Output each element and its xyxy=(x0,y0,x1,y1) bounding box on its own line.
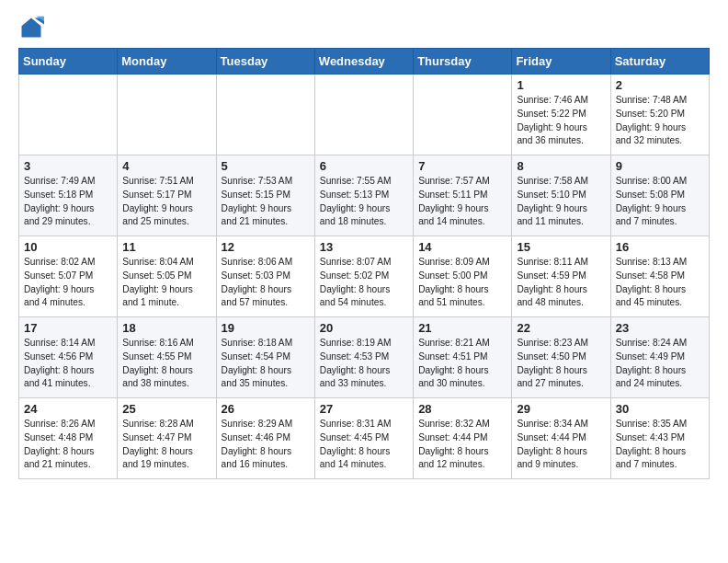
day-number: 3 xyxy=(24,159,112,173)
weekday-header-sunday: Sunday xyxy=(19,49,118,75)
weekday-header-saturday: Saturday xyxy=(610,49,709,75)
calendar-cell: 11Sunrise: 8:04 AM Sunset: 5:05 PM Dayli… xyxy=(118,236,216,317)
day-info: Sunrise: 7:55 AM Sunset: 5:13 PM Dayligh… xyxy=(320,175,408,229)
day-info: Sunrise: 8:11 AM Sunset: 4:59 PM Dayligh… xyxy=(517,256,605,310)
day-number: 26 xyxy=(222,402,310,416)
svg-marker-0 xyxy=(22,18,41,38)
calendar-header-row: SundayMondayTuesdayWednesdayThursdayFrid… xyxy=(19,49,710,75)
day-info: Sunrise: 8:14 AM Sunset: 4:56 PM Dayligh… xyxy=(24,337,112,391)
day-number: 25 xyxy=(122,402,210,416)
day-info: Sunrise: 7:49 AM Sunset: 5:18 PM Dayligh… xyxy=(24,175,112,229)
day-info: Sunrise: 8:23 AM Sunset: 4:50 PM Dayligh… xyxy=(517,337,605,391)
day-number: 27 xyxy=(320,402,408,416)
day-info: Sunrise: 8:13 AM Sunset: 4:58 PM Dayligh… xyxy=(616,256,704,310)
day-info: Sunrise: 8:19 AM Sunset: 4:53 PM Dayligh… xyxy=(320,337,408,391)
day-number: 14 xyxy=(418,240,506,254)
day-info: Sunrise: 8:21 AM Sunset: 4:51 PM Dayligh… xyxy=(418,337,506,391)
calendar-cell: 23Sunrise: 8:24 AM Sunset: 4:49 PM Dayli… xyxy=(610,317,709,398)
calendar-cell xyxy=(314,75,413,155)
weekday-header-wednesday: Wednesday xyxy=(314,49,413,75)
logo xyxy=(18,15,48,40)
calendar-cell: 10Sunrise: 8:02 AM Sunset: 5:07 PM Dayli… xyxy=(19,236,118,317)
calendar-cell: 21Sunrise: 8:21 AM Sunset: 4:51 PM Dayli… xyxy=(414,317,512,398)
day-info: Sunrise: 8:18 AM Sunset: 4:54 PM Dayligh… xyxy=(222,337,310,391)
day-number: 29 xyxy=(517,402,605,416)
calendar-cell: 1Sunrise: 7:46 AM Sunset: 5:22 PM Daylig… xyxy=(512,75,610,155)
day-info: Sunrise: 8:00 AM Sunset: 5:08 PM Dayligh… xyxy=(616,175,704,229)
day-number: 8 xyxy=(517,159,605,173)
day-info: Sunrise: 7:57 AM Sunset: 5:11 PM Dayligh… xyxy=(418,175,506,229)
day-number: 10 xyxy=(24,240,112,254)
header xyxy=(18,15,710,40)
day-info: Sunrise: 8:16 AM Sunset: 4:55 PM Dayligh… xyxy=(122,337,210,391)
day-info: Sunrise: 8:04 AM Sunset: 5:05 PM Dayligh… xyxy=(122,256,210,310)
weekday-header-friday: Friday xyxy=(512,49,610,75)
calendar-cell: 22Sunrise: 8:23 AM Sunset: 4:50 PM Dayli… xyxy=(512,317,610,398)
day-number: 22 xyxy=(517,321,605,335)
day-number: 6 xyxy=(320,159,408,173)
day-number: 9 xyxy=(616,159,704,173)
day-number: 18 xyxy=(122,321,210,335)
day-info: Sunrise: 8:07 AM Sunset: 5:02 PM Dayligh… xyxy=(320,256,408,310)
calendar-cell: 29Sunrise: 8:34 AM Sunset: 4:44 PM Dayli… xyxy=(512,398,610,479)
calendar-cell: 4Sunrise: 7:51 AM Sunset: 5:17 PM Daylig… xyxy=(118,155,216,236)
day-number: 23 xyxy=(616,321,704,335)
calendar-cell: 16Sunrise: 8:13 AM Sunset: 4:58 PM Dayli… xyxy=(610,236,709,317)
day-number: 7 xyxy=(418,159,506,173)
calendar-cell: 3Sunrise: 7:49 AM Sunset: 5:18 PM Daylig… xyxy=(19,155,118,236)
weekday-header-tuesday: Tuesday xyxy=(216,49,314,75)
calendar-cell: 13Sunrise: 8:07 AM Sunset: 5:02 PM Dayli… xyxy=(314,236,413,317)
logo-icon xyxy=(18,15,44,40)
calendar-cell xyxy=(414,75,512,155)
day-number: 28 xyxy=(418,402,506,416)
calendar-week-4: 17Sunrise: 8:14 AM Sunset: 4:56 PM Dayli… xyxy=(19,317,710,398)
day-info: Sunrise: 7:46 AM Sunset: 5:22 PM Dayligh… xyxy=(517,94,605,148)
day-number: 1 xyxy=(517,78,605,92)
day-info: Sunrise: 8:34 AM Sunset: 4:44 PM Dayligh… xyxy=(517,418,605,472)
calendar-cell xyxy=(19,75,118,155)
day-info: Sunrise: 7:48 AM Sunset: 5:20 PM Dayligh… xyxy=(616,94,704,148)
page: SundayMondayTuesdayWednesdayThursdayFrid… xyxy=(0,0,728,494)
calendar-week-3: 10Sunrise: 8:02 AM Sunset: 5:07 PM Dayli… xyxy=(19,236,710,317)
calendar-cell xyxy=(216,75,314,155)
day-info: Sunrise: 8:32 AM Sunset: 4:44 PM Dayligh… xyxy=(418,418,506,472)
day-info: Sunrise: 7:53 AM Sunset: 5:15 PM Dayligh… xyxy=(222,175,310,229)
day-info: Sunrise: 8:29 AM Sunset: 4:46 PM Dayligh… xyxy=(222,418,310,472)
day-number: 21 xyxy=(418,321,506,335)
calendar-cell: 15Sunrise: 8:11 AM Sunset: 4:59 PM Dayli… xyxy=(512,236,610,317)
weekday-header-thursday: Thursday xyxy=(414,49,512,75)
day-number: 12 xyxy=(222,240,310,254)
calendar-cell: 12Sunrise: 8:06 AM Sunset: 5:03 PM Dayli… xyxy=(216,236,314,317)
calendar-week-2: 3Sunrise: 7:49 AM Sunset: 5:18 PM Daylig… xyxy=(19,155,710,236)
day-number: 24 xyxy=(24,402,112,416)
day-number: 19 xyxy=(222,321,310,335)
calendar-cell: 14Sunrise: 8:09 AM Sunset: 5:00 PM Dayli… xyxy=(414,236,512,317)
weekday-header-monday: Monday xyxy=(118,49,216,75)
calendar-cell: 24Sunrise: 8:26 AM Sunset: 4:48 PM Dayli… xyxy=(19,398,118,479)
calendar-cell: 27Sunrise: 8:31 AM Sunset: 4:45 PM Dayli… xyxy=(314,398,413,479)
calendar-cell: 30Sunrise: 8:35 AM Sunset: 4:43 PM Dayli… xyxy=(610,398,709,479)
day-info: Sunrise: 7:58 AM Sunset: 5:10 PM Dayligh… xyxy=(517,175,605,229)
day-info: Sunrise: 8:28 AM Sunset: 4:47 PM Dayligh… xyxy=(122,418,210,472)
day-number: 15 xyxy=(517,240,605,254)
calendar-cell: 2Sunrise: 7:48 AM Sunset: 5:20 PM Daylig… xyxy=(610,75,709,155)
calendar-week-5: 24Sunrise: 8:26 AM Sunset: 4:48 PM Dayli… xyxy=(19,398,710,479)
calendar-cell: 7Sunrise: 7:57 AM Sunset: 5:11 PM Daylig… xyxy=(414,155,512,236)
day-info: Sunrise: 8:09 AM Sunset: 5:00 PM Dayligh… xyxy=(418,256,506,310)
calendar-cell: 28Sunrise: 8:32 AM Sunset: 4:44 PM Dayli… xyxy=(414,398,512,479)
calendar-cell: 17Sunrise: 8:14 AM Sunset: 4:56 PM Dayli… xyxy=(19,317,118,398)
calendar-cell: 25Sunrise: 8:28 AM Sunset: 4:47 PM Dayli… xyxy=(118,398,216,479)
day-number: 4 xyxy=(122,159,210,173)
day-info: Sunrise: 8:24 AM Sunset: 4:49 PM Dayligh… xyxy=(616,337,704,391)
day-info: Sunrise: 8:02 AM Sunset: 5:07 PM Dayligh… xyxy=(24,256,112,310)
calendar-cell: 18Sunrise: 8:16 AM Sunset: 4:55 PM Dayli… xyxy=(118,317,216,398)
calendar-cell: 5Sunrise: 7:53 AM Sunset: 5:15 PM Daylig… xyxy=(216,155,314,236)
calendar-cell xyxy=(118,75,216,155)
calendar-cell: 9Sunrise: 8:00 AM Sunset: 5:08 PM Daylig… xyxy=(610,155,709,236)
day-number: 11 xyxy=(122,240,210,254)
day-info: Sunrise: 8:26 AM Sunset: 4:48 PM Dayligh… xyxy=(24,418,112,472)
calendar-cell: 20Sunrise: 8:19 AM Sunset: 4:53 PM Dayli… xyxy=(314,317,413,398)
day-info: Sunrise: 8:06 AM Sunset: 5:03 PM Dayligh… xyxy=(222,256,310,310)
day-number: 2 xyxy=(616,78,704,92)
calendar-cell: 26Sunrise: 8:29 AM Sunset: 4:46 PM Dayli… xyxy=(216,398,314,479)
